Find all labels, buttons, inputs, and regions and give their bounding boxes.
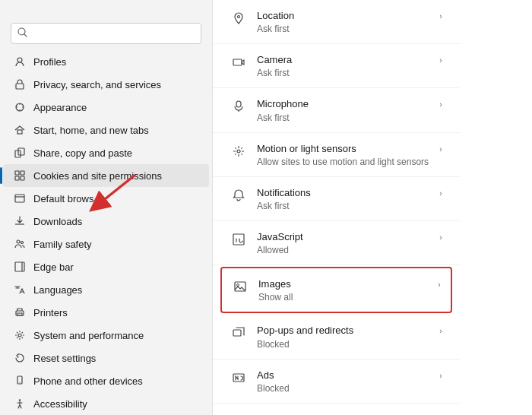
sidebar-item-label-start-home: Start, home, and new tabs <box>33 125 149 136</box>
chevron-right-icon-javascript: › <box>439 233 442 242</box>
svg-rect-10 <box>15 171 19 175</box>
chevron-right-icon-motion-sensors: › <box>439 145 442 154</box>
permissions-container: Location Ask first › Camera Ask first › … <box>213 0 460 415</box>
svg-rect-28 <box>236 101 241 107</box>
main-content: Location Ask first › Camera Ask first › … <box>213 0 460 415</box>
profiles-icon <box>14 55 26 68</box>
perm-title-camera: Camera <box>257 53 429 67</box>
system-icon <box>14 329 26 341</box>
permission-item-popups[interactable]: Pop-ups and redirects Blocked › <box>213 315 460 359</box>
images-perm-icon <box>233 279 248 294</box>
sidebar-item-label-downloads: Downloads <box>33 216 82 227</box>
perm-subtitle-location: Ask first <box>257 24 429 34</box>
sidebar-item-privacy[interactable]: Privacy, search, and services <box>3 73 209 96</box>
sidebar-item-label-cookies: Cookies and site permissions <box>33 170 162 182</box>
permission-item-motion-sensors[interactable]: Motion or light sensors Allow sites to u… <box>213 133 460 177</box>
chevron-right-icon-popups: › <box>439 327 442 335</box>
perm-text-ads: Ads Blocked <box>257 369 429 394</box>
ads-perm-icon <box>231 370 246 385</box>
permission-item-microphone[interactable]: Microphone Ask first › <box>213 88 460 132</box>
perm-title-images: Images <box>258 277 427 291</box>
perm-title-popups: Pop-ups and redirects <box>257 324 429 337</box>
sidebar-item-share-copy[interactable]: Share, copy and paste <box>3 141 209 164</box>
perm-subtitle-notifications: Ask first <box>257 201 429 211</box>
sidebar-item-accessibility[interactable]: Accessibility <box>3 392 209 415</box>
svg-point-32 <box>237 284 239 287</box>
nav-items-container: Profiles Privacy, search, and services A… <box>0 50 212 415</box>
perm-text-popups: Pop-ups and redirects Blocked <box>257 324 429 349</box>
reset-icon <box>14 352 26 364</box>
permission-item-location[interactable]: Location Ask first › <box>213 0 460 44</box>
sidebar-item-cookies[interactable]: Cookies and site permissions <box>3 164 209 187</box>
chevron-right-icon-images: › <box>438 280 440 289</box>
sidebar-title <box>0 0 212 20</box>
perm-text-location: Location Ask first <box>257 9 429 34</box>
javascript-perm-icon <box>231 232 246 247</box>
perm-subtitle-camera: Ask first <box>257 68 429 78</box>
permission-item-ads[interactable]: Ads Blocked › <box>213 360 460 404</box>
perm-text-notifications: Notifications Ask first <box>257 186 429 211</box>
sidebar-item-languages[interactable]: Languages <box>3 278 209 301</box>
cookies-icon <box>14 169 26 182</box>
perm-title-motion-sensors: Motion or light sensors <box>257 142 429 156</box>
search-input[interactable] <box>32 28 195 40</box>
svg-rect-27 <box>233 59 242 65</box>
perm-text-motion-sensors: Motion or light sensors Allow sites to u… <box>257 142 429 167</box>
sidebar-item-reset[interactable]: Reset settings <box>3 347 209 369</box>
sidebar-item-profiles[interactable]: Profiles <box>3 50 209 73</box>
sidebar-item-family-safety[interactable]: Family safety <box>3 233 209 255</box>
share-copy-icon <box>14 147 26 159</box>
permission-item-camera[interactable]: Camera Ask first › <box>213 44 460 88</box>
sidebar-item-label-accessibility: Accessibility <box>33 398 87 410</box>
popups-perm-icon <box>231 325 246 341</box>
svg-point-20 <box>18 334 21 337</box>
svg-rect-13 <box>21 176 24 180</box>
permission-item-background-sync[interactable]: Background sync Allow... › <box>213 404 460 415</box>
perm-subtitle-motion-sensors: Allow sites to use motion and light sens… <box>257 157 429 167</box>
start-home-icon <box>14 124 26 136</box>
notifications-perm-icon <box>231 188 246 203</box>
permission-item-notifications[interactable]: Notifications Ask first › <box>213 177 460 221</box>
sidebar-item-edge-bar[interactable]: Edge bar <box>3 255 209 278</box>
printers-icon <box>14 306 26 318</box>
perm-subtitle-images: Show all <box>258 292 427 303</box>
sidebar-item-label-share-copy: Share, copy and paste <box>33 147 132 159</box>
sidebar-item-printers[interactable]: Printers <box>3 301 209 324</box>
sidebar-item-label-printers: Printers <box>33 307 68 318</box>
perm-title-javascript: JavaScript <box>257 230 429 244</box>
sidebar-item-default-browser[interactable]: Default brows... <box>3 187 209 210</box>
location-perm-icon <box>231 11 246 26</box>
sidebar-item-phone-devices[interactable]: Phone and other devices <box>3 369 209 392</box>
chevron-right-icon-location: › <box>439 12 442 21</box>
sidebar-item-label-reset: Reset settings <box>33 353 96 364</box>
perm-subtitle-javascript: Allowed <box>257 245 429 255</box>
perm-subtitle-popups: Blocked <box>257 339 429 350</box>
microphone-perm-icon <box>231 99 246 114</box>
chevron-right-icon-camera: › <box>439 56 442 65</box>
sidebar-item-label-profiles: Profiles <box>33 56 66 68</box>
svg-rect-7 <box>17 130 22 134</box>
perm-title-notifications: Notifications <box>257 186 429 200</box>
search-box[interactable] <box>11 23 201 44</box>
default-browser-icon <box>14 192 26 204</box>
svg-point-16 <box>21 242 24 244</box>
languages-icon <box>14 284 26 296</box>
perm-title-ads: Ads <box>257 369 429 382</box>
accessibility-icon <box>14 398 26 410</box>
perm-title-microphone: Microphone <box>257 97 429 111</box>
sidebar-item-label-privacy: Privacy, search, and services <box>33 79 161 90</box>
downloads-icon <box>14 215 26 227</box>
sidebar-item-downloads[interactable]: Downloads <box>3 210 209 233</box>
sidebar-item-start-home[interactable]: Start, home, and new tabs <box>3 119 209 141</box>
sidebar-item-appearance[interactable]: Appearance <box>3 96 209 119</box>
chevron-right-icon-ads: › <box>439 372 442 380</box>
svg-rect-5 <box>16 84 24 89</box>
perm-text-camera: Camera Ask first <box>257 53 429 78</box>
sidebar-item-label-phone-devices: Phone and other devices <box>33 375 143 387</box>
sidebar-item-label-appearance: Appearance <box>33 102 87 113</box>
permission-item-javascript[interactable]: JavaScript Allowed › <box>213 221 460 265</box>
permission-item-images[interactable]: Images Show all › <box>220 267 452 313</box>
sidebar-item-system[interactable]: System and performance <box>3 324 209 347</box>
sidebar-item-label-languages: Languages <box>33 284 82 296</box>
svg-rect-19 <box>17 313 22 315</box>
